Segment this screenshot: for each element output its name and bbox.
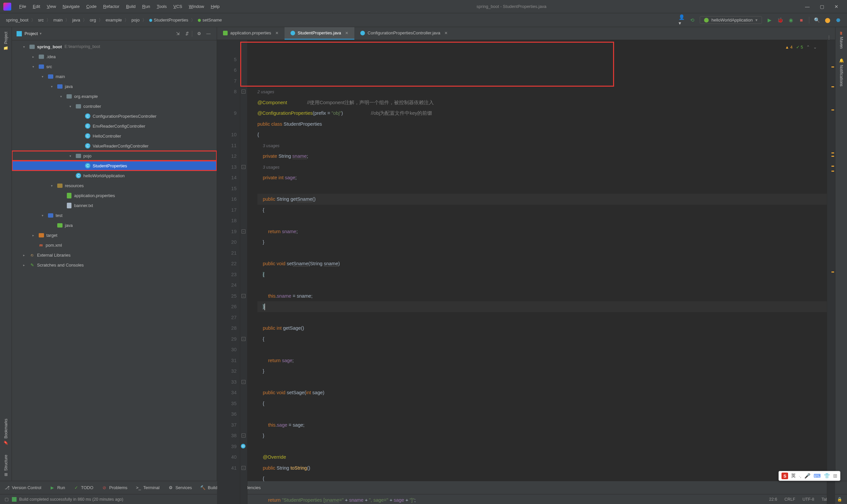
- tree-node-main[interactable]: ▾main: [12, 71, 217, 82]
- stop-icon[interactable]: ■: [798, 17, 804, 23]
- editor[interactable]: 5678 9 101112131415161718192021222324252…: [217, 40, 835, 504]
- tree-node-envreaderconfigcontroller[interactable]: CEnvReaderConfigController: [12, 121, 217, 131]
- code-area[interactable]: ▲ 4 ✓ 5 ⌃ ⌄ 2 usages@Component //使用Compo…: [247, 40, 827, 504]
- breadcrumb-item[interactable]: setSname: [196, 18, 223, 22]
- tool-terminal[interactable]: >_Terminal: [136, 485, 159, 490]
- debug-icon[interactable]: 🐞: [777, 17, 783, 23]
- tree-node-application-properties[interactable]: application.properties: [12, 191, 217, 200]
- tool-version-control[interactable]: ⎇Version Control: [5, 485, 41, 490]
- close-button[interactable]: ✕: [829, 0, 844, 13]
- tree-node-banner-txt[interactable]: banner.txt: [12, 200, 217, 210]
- menu-run[interactable]: Run: [139, 4, 154, 9]
- tree-node-controller[interactable]: ▾controller: [12, 101, 217, 111]
- breadcrumb-item[interactable]: StudentProperties: [148, 18, 190, 22]
- run-icon: ▶: [50, 485, 55, 490]
- menu-build[interactable]: Build: [123, 4, 139, 9]
- statusbar-menu-icon[interactable]: ▢: [5, 497, 8, 502]
- editor-tab-studentproperties-java[interactable]: StudentProperties.java✕: [284, 27, 355, 40]
- tabs-options-icon[interactable]: ⋮: [823, 35, 835, 40]
- menu-navigate[interactable]: Navigate: [59, 4, 83, 9]
- tree-node-java[interactable]: java: [12, 220, 217, 230]
- sync-icon[interactable]: ⟲: [689, 17, 695, 23]
- maximize-button[interactable]: ▢: [815, 0, 829, 13]
- tree-node-src[interactable]: ▾src: [12, 61, 217, 71]
- tool-project[interactable]: 📁Project: [4, 27, 8, 56]
- tool-maven[interactable]: mMaven: [839, 27, 844, 53]
- tree-node-configurationpropertiescontroller[interactable]: CConfigurationPropertiesController: [12, 111, 217, 121]
- menu-window[interactable]: Window: [186, 4, 208, 9]
- settings-icon[interactable]: ⚙: [196, 30, 203, 37]
- left-toolstripe: 📁Project 🔖Bookmarks ⊞Structure: [0, 27, 12, 481]
- tree-node-valuereaderconfigcontroller[interactable]: CValueReaderConfigController: [12, 141, 217, 151]
- tool-notifications[interactable]: 🔔Notifications: [839, 53, 844, 91]
- run-icon[interactable]: ▶: [766, 17, 773, 23]
- toolbox-icon[interactable]: ⊞: [833, 473, 837, 479]
- breadcrumb-item[interactable]: spring_boot: [5, 18, 30, 22]
- breadcrumb-item[interactable]: main: [52, 18, 64, 22]
- tool-services[interactable]: ⚙Services: [168, 485, 192, 490]
- minimize-button[interactable]: —: [800, 0, 815, 13]
- hide-panel-icon[interactable]: —: [205, 30, 212, 37]
- menu-help[interactable]: Help: [208, 4, 223, 9]
- tool-run[interactable]: ▶Run: [50, 485, 65, 490]
- project-panel-header: Project ▾ ⇲ ⇵ ⚙ —: [12, 27, 217, 40]
- tool-build[interactable]: 🔨Build: [200, 485, 217, 490]
- breadcrumb-item[interactable]: pojo: [130, 18, 141, 22]
- fold-column[interactable]: –––––––O–: [240, 40, 247, 504]
- expand-all-icon[interactable]: ⇵: [183, 30, 191, 37]
- warning-icon: ▲ 4: [785, 42, 793, 53]
- tool-problems[interactable]: ⊘Problems: [102, 485, 127, 490]
- tree-node-java[interactable]: ▾java: [12, 82, 217, 91]
- project-tree[interactable]: ▾spring_bootE:\learn\spring_boot▸.idea▾s…: [12, 40, 217, 481]
- tree-node-org-example[interactable]: ▾org.example: [12, 91, 217, 101]
- menu-edit[interactable]: Edit: [30, 4, 43, 9]
- breadcrumb-item[interactable]: org: [88, 18, 97, 22]
- menu-tools[interactable]: Tools: [154, 4, 170, 9]
- update-icon[interactable]: ⬤: [825, 17, 830, 23]
- tool-structure[interactable]: ⊞Structure: [4, 450, 8, 481]
- menu-vcs[interactable]: VCS: [170, 4, 186, 9]
- breadcrumb-item[interactable]: java: [71, 18, 82, 22]
- tree-node-hellocontroller[interactable]: CHelloController: [12, 131, 217, 141]
- project-scope-dropdown[interactable]: ▾: [40, 32, 42, 36]
- breadcrumb-item[interactable]: example: [104, 18, 123, 22]
- tree-node-scratches-and-consoles[interactable]: ▸✎Scratches and Consoles: [12, 260, 217, 270]
- error-stripe[interactable]: [827, 40, 835, 504]
- readonly-lock-icon[interactable]: 🔒: [837, 497, 842, 502]
- close-tab-icon[interactable]: ✕: [275, 31, 279, 35]
- close-tab-icon[interactable]: ✕: [444, 31, 448, 35]
- prob-icon: ⊘: [102, 485, 107, 490]
- coverage-icon[interactable]: ◉: [788, 17, 794, 23]
- editor-tabs: application.properties✕StudentProperties…: [217, 27, 835, 40]
- tree-node--idea[interactable]: ▸.idea: [12, 52, 217, 61]
- editor-tab-application-properties[interactable]: application.properties✕: [217, 27, 284, 40]
- line-gutter: 5678 9 101112131415161718192021222324252…: [217, 40, 240, 504]
- tree-node-studentproperties[interactable]: CStudentProperties: [12, 161, 217, 170]
- editor-tab-configurationpropertiescontroller-java[interactable]: ConfigurationPropertiesController.java✕: [354, 27, 454, 40]
- menu-code[interactable]: Code: [83, 4, 100, 9]
- project-view-icon: [17, 31, 22, 36]
- tree-node-spring_boot[interactable]: ▾spring_bootE:\learn\spring_boot: [12, 42, 217, 52]
- tree-node-helloworldapplication[interactable]: ChelloWorldApplication: [12, 170, 217, 181]
- menu-view[interactable]: View: [43, 4, 59, 9]
- tree-node-resources[interactable]: ▾resources: [12, 181, 217, 191]
- menu-file[interactable]: File: [16, 4, 30, 9]
- user-icon[interactable]: 👤▾: [678, 17, 685, 23]
- inspection-summary[interactable]: ▲ 4 ✓ 5 ⌃ ⌄: [785, 42, 817, 53]
- breadcrumb-separator-icon: 〉: [31, 17, 36, 23]
- select-opened-file-icon[interactable]: ⇲: [174, 30, 181, 37]
- tree-node-target[interactable]: ▸target: [12, 230, 217, 240]
- menu-refactor[interactable]: Refactor: [100, 4, 123, 9]
- run-config-select[interactable]: helloWorldApplication ▾: [700, 16, 762, 24]
- tree-node-test[interactable]: ▾test: [12, 210, 217, 220]
- tool-bookmarks[interactable]: 🔖Bookmarks: [4, 414, 8, 450]
- tool-todo[interactable]: ✓TODO: [74, 485, 93, 490]
- search-icon[interactable]: 🔍: [814, 17, 820, 23]
- close-tab-icon[interactable]: ✕: [345, 31, 348, 35]
- breadcrumb-separator-icon: 〉: [124, 17, 129, 23]
- tree-node-pom-xml[interactable]: mpom.xml: [12, 240, 217, 250]
- tree-node-external-libraries[interactable]: ▸⎋External Libraries: [12, 250, 217, 260]
- tree-node-pojo[interactable]: ▾pojo: [12, 151, 217, 161]
- breadcrumb-item[interactable]: src: [37, 18, 45, 22]
- ide-icon[interactable]: ⬣: [835, 17, 841, 23]
